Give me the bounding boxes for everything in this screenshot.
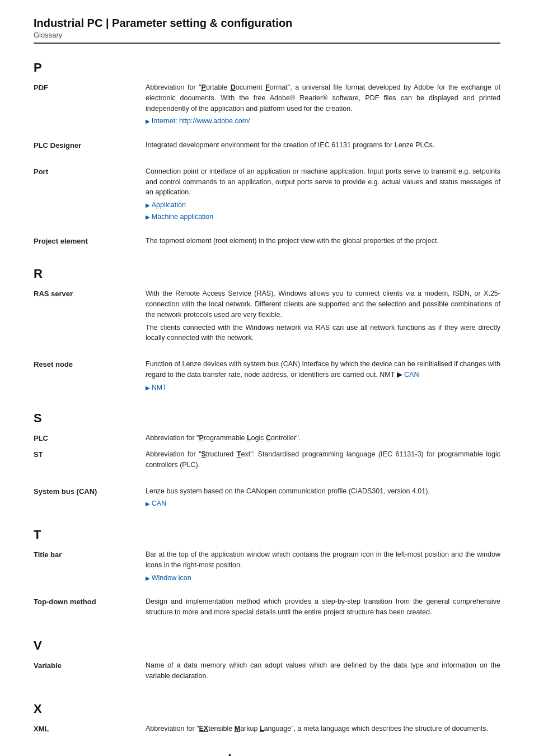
reset-node-nmt-link[interactable]: NMT <box>146 382 500 393</box>
table-row: Reset node Function of Lenze devices wit… <box>34 357 500 394</box>
section-v-letter: V <box>34 638 500 653</box>
def-pdf: Abbreviation for "Portable Document Form… <box>146 81 500 128</box>
table-row: ST Abbreviation for "Structured Text": S… <box>34 447 500 474</box>
term-project-element: Project element <box>34 234 146 250</box>
table-row: XML Abbreviation for "EXtensible Markup … <box>34 722 500 738</box>
def-xml: Abbreviation for "EXtensible Markup Lang… <box>146 722 500 738</box>
table-row: Project element The topmost element (roo… <box>34 234 500 250</box>
section-p-table: PDF Abbreviation for "Portable Document … <box>34 81 500 250</box>
spacer-row <box>34 155 500 165</box>
port-application-link[interactable]: Application <box>146 200 500 211</box>
table-row: RAS server With the Remote Access Servic… <box>34 287 500 347</box>
def-st: Abbreviation for "Structured Text": Stan… <box>146 447 500 474</box>
term-system-bus-can: System bus (CAN) <box>34 484 146 511</box>
table-row: System bus (CAN) Lenze bus system based … <box>34 484 500 511</box>
term-ras-server: RAS server <box>34 287 146 347</box>
table-row: PDF Abbreviation for "Portable Document … <box>34 81 500 128</box>
section-r-table: RAS server With the Remote Access Servic… <box>34 287 500 394</box>
spacer-row <box>34 474 500 484</box>
section-s-table: PLC Abbreviation for "Programmable Logic… <box>34 431 500 511</box>
title-bar-window-icon-link[interactable]: Window icon <box>146 573 500 584</box>
section-p-letter: P <box>34 60 500 75</box>
def-ras-server: With the Remote Access Service (RAS), Wi… <box>146 287 500 347</box>
def-plc: Abbreviation for "Programmable Logic Con… <box>146 431 500 447</box>
def-port: Connection point or interface of an appl… <box>146 165 500 224</box>
system-bus-can-link[interactable]: CAN <box>146 498 500 509</box>
page-title: Industrial PC | Parameter setting & conf… <box>34 17 500 30</box>
section-x-letter: X <box>34 702 500 716</box>
def-reset-node: Function of Lenze devices with system bu… <box>146 357 500 394</box>
table-row: Title bar Bar at the top of the applicat… <box>34 548 500 585</box>
term-xml: XML <box>34 722 146 738</box>
term-plc: PLC <box>34 431 146 447</box>
pdf-internet-link[interactable]: Internet: http://www.adobe.com/ <box>146 116 500 127</box>
def-plc-designer: Integrated development environment for t… <box>146 138 500 155</box>
spacer-row <box>34 347 500 357</box>
page-subtitle: Glossary <box>34 31 500 39</box>
table-row: Port Connection point or interface of an… <box>34 165 500 224</box>
section-t-letter: T <box>34 528 500 542</box>
term-top-down-method: Top-down method <box>34 595 146 622</box>
spacer-row <box>34 585 500 595</box>
content-area: P PDF Abbreviation for "Portable Documen… <box>34 60 500 738</box>
term-plc-designer: PLC Designer <box>34 138 146 155</box>
reset-node-can-inline-link[interactable]: CAN <box>404 371 419 379</box>
def-system-bus-can: Lenze bus system based on the CANopen co… <box>146 484 500 511</box>
page-header: Industrial PC | Parameter setting & conf… <box>34 17 500 44</box>
spacer-row <box>34 224 500 234</box>
term-reset-node: Reset node <box>34 357 146 394</box>
table-row: PLC Designer Integrated development envi… <box>34 138 500 155</box>
page-container: Industrial PC | Parameter setting & conf… <box>0 0 534 756</box>
table-row: Top-down method Design and implementatio… <box>34 595 500 622</box>
term-st: ST <box>34 447 146 474</box>
term-variable: Variable <box>34 659 146 685</box>
def-variable: Name of a data memory which can adopt va… <box>146 659 500 685</box>
def-title-bar: Bar at the top of the application window… <box>146 548 500 585</box>
spacer-row <box>34 128 500 138</box>
term-title-bar: Title bar <box>34 548 146 585</box>
def-top-down-method: Design and implementation method which p… <box>146 595 500 622</box>
section-v-table: Variable Name of a data memory which can… <box>34 659 500 685</box>
table-row: PLC Abbreviation for "Programmable Logic… <box>34 431 500 447</box>
section-r-letter: R <box>34 267 500 281</box>
term-port: Port <box>34 165 146 224</box>
def-project-element: The topmost element (root element) in th… <box>146 234 500 250</box>
table-row: Variable Name of a data memory which can… <box>34 659 500 685</box>
page-footer: 216 Lenze 2.5 EN · 01/2012 <box>34 752 500 756</box>
section-s-letter: S <box>34 411 500 426</box>
section-t-table: Title bar Bar at the top of the applicat… <box>34 548 500 622</box>
port-machine-application-link[interactable]: Machine application <box>146 212 500 222</box>
term-pdf: PDF <box>34 81 146 128</box>
footer-logo: Lenze <box>227 752 268 756</box>
section-x-table: XML Abbreviation for "EXtensible Markup … <box>34 722 500 738</box>
